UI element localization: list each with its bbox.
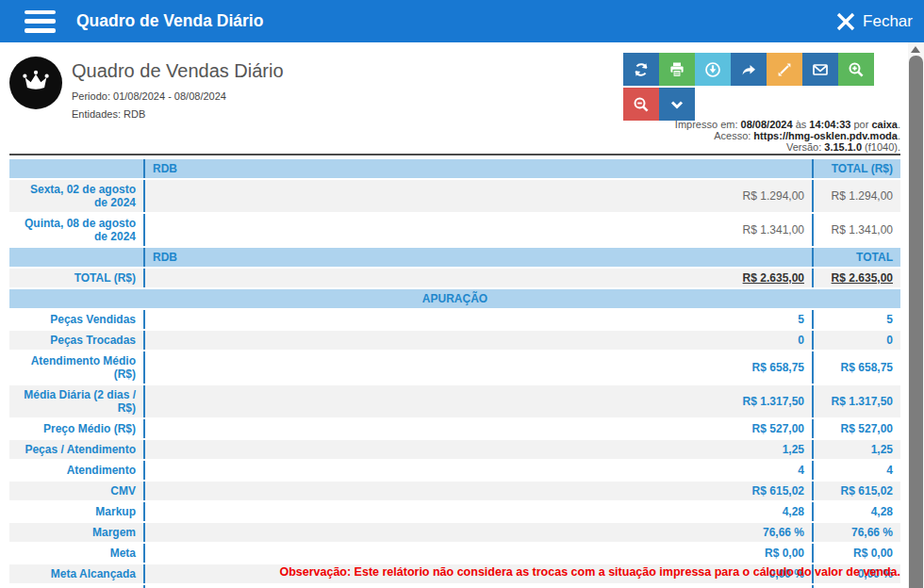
zoom-in-button[interactable] [838, 53, 874, 86]
zoom-out-icon [633, 96, 650, 113]
zoom-out-button[interactable] [623, 88, 659, 121]
day-label: Sexta, 02 de agosto de 2024 [9, 179, 144, 213]
collapse-button[interactable] [659, 88, 695, 121]
metric-label: Margem [9, 522, 144, 543]
metric-row: Preço Médio (R$) R$ 527,00 R$ 527,00 [9, 418, 900, 439]
metric-row: Atendimento 4 4 [9, 460, 900, 481]
metric-total-value: R$ 0,00 [813, 543, 900, 564]
metric-total-value: 4 [813, 460, 900, 481]
metric-row: Peças Trocadas 0 0 [9, 330, 900, 351]
metric-store-value: 76,66 % [144, 522, 813, 543]
grand-total-value: R$ 2.635,00 [813, 268, 900, 288]
section-header-row: APURAÇÃO [9, 288, 900, 309]
metric-row: Markup 4,28 4,28 [9, 501, 900, 522]
report-divider [9, 154, 900, 155]
metric-label: Média Diária (2 dias / R$) [9, 384, 144, 418]
menu-icon[interactable] [25, 10, 56, 33]
expand-button[interactable] [767, 53, 802, 86]
printed-line-1: Impresso em: 08/08/2024 às 14:04:33 por … [675, 119, 900, 130]
day-total-value: R$ 1.341,00 [813, 213, 900, 247]
printed-line-2: Acesso: https://hmg-osklen.pdv.moda. [675, 130, 900, 141]
metric-total-value: R$ 658,75 [813, 351, 900, 384]
top-app-bar: Quadro de Venda Diário Fechar [0, 0, 924, 42]
metric-label: Venda Projetada Mensal (R$) [9, 584, 144, 588]
day-store-value: R$ 1.341,00 [144, 213, 813, 247]
metric-label: Markup [9, 501, 144, 522]
metric-label: Peças Trocadas [9, 330, 144, 351]
metric-label: CMV [9, 481, 144, 501]
refresh-icon [633, 61, 650, 78]
day-store-value: R$ 1.294,00 [144, 179, 813, 213]
vertical-scrollbar[interactable] [908, 42, 924, 588]
metric-label: Peças Vendidas [9, 309, 144, 330]
refresh-button[interactable] [623, 53, 659, 86]
download-icon [704, 61, 721, 78]
metric-total-value: 76,66 % [813, 522, 900, 543]
metric-store-value: R$ 0,00 [144, 543, 813, 564]
metric-row: Atendimento Médio (R$) R$ 658,75 R$ 658,… [9, 351, 900, 384]
metric-total-value: R$ 527,00 [813, 418, 900, 439]
metric-store-value: 0 [144, 330, 813, 351]
close-label: Fechar [863, 12, 913, 31]
empty-header-cell [9, 159, 144, 179]
grand-total-row: TOTAL (R$) R$ 2.635,00 R$ 2.635,00 [9, 268, 900, 288]
close-button[interactable]: Fechar [835, 11, 913, 32]
day-row: Sexta, 02 de agosto de 2024 R$ 1.294,00 … [9, 179, 900, 213]
metric-store-value: 4 [144, 460, 813, 481]
scroll-up-arrow-icon[interactable] [911, 46, 920, 53]
email-icon [812, 61, 829, 78]
report-entities: Entidades: RDB [72, 108, 145, 120]
metric-row: Venda Projetada Mensal (R$) R$ 40.842,50… [9, 584, 900, 588]
metric-label: Meta Alcançada [9, 564, 144, 584]
brand-logo [9, 57, 62, 109]
metric-label: Atendimento Médio (R$) [9, 351, 144, 384]
metric-total-value: 0 [813, 330, 900, 351]
observation-note: Observação: Este relátorio não considera… [279, 565, 900, 579]
metric-label: Atendimento [9, 460, 144, 481]
table-subheader-row: RDB TOTAL [9, 247, 900, 268]
metric-store-value: 1,25 [144, 439, 813, 460]
metric-row: Meta R$ 0,00 R$ 0,00 [9, 543, 900, 564]
chevron-down-icon [668, 96, 685, 113]
metric-store-value: R$ 658,75 [144, 351, 813, 384]
metric-label: Peças / Atendimento [9, 439, 144, 460]
close-icon [835, 11, 856, 32]
metric-label: Meta [9, 543, 144, 564]
metric-store-value: R$ 40.842,50 [144, 584, 813, 588]
day-label: Quinta, 08 de agosto de 2024 [9, 213, 144, 247]
store-column-header: RDB [144, 159, 813, 179]
metric-total-value: 1,25 [813, 439, 900, 460]
metric-row: Margem 76,66 % 76,66 % [9, 522, 900, 543]
total-column-subheader: TOTAL [813, 247, 900, 268]
store-column-subheader: RDB [144, 247, 813, 268]
daily-sales-table: RDB TOTAL (R$) Sexta, 02 de agosto de 20… [9, 159, 900, 588]
metric-row: CMV R$ 615,02 R$ 615,02 [9, 481, 900, 501]
metric-store-value: 5 [144, 309, 813, 330]
printed-info: Impresso em: 08/08/2024 às 14:04:33 por … [675, 119, 900, 153]
print-button[interactable] [659, 53, 695, 86]
metric-row: Média Diária (2 dias / R$) R$ 1.317,50 R… [9, 384, 900, 418]
share-button[interactable] [731, 53, 767, 86]
total-column-header: TOTAL (R$) [813, 159, 900, 179]
report-toolbar [623, 53, 874, 122]
report-title: Quadro de Vendas Diário [72, 60, 284, 82]
app-title: Quadro de Venda Diário [76, 11, 263, 31]
metric-store-value: R$ 1.317,50 [144, 384, 813, 418]
metric-total-value: 4,28 [813, 501, 900, 522]
scrollbar-thumb[interactable] [909, 56, 923, 588]
expand-icon [776, 61, 793, 78]
metric-total-value: R$ 1.317,50 [813, 384, 900, 418]
email-button[interactable] [802, 53, 838, 86]
zoom-in-icon [848, 61, 865, 78]
download-button[interactable] [695, 53, 731, 86]
share-icon [740, 61, 757, 78]
section-header: APURAÇÃO [9, 288, 900, 309]
metric-label: Preço Médio (R$) [9, 418, 144, 439]
metric-store-value: R$ 615,02 [144, 481, 813, 501]
crown-icon [20, 67, 52, 99]
metric-store-value: 4,28 [144, 501, 813, 522]
day-row: Quinta, 08 de agosto de 2024 R$ 1.341,00… [9, 213, 900, 247]
metric-total-value: 5 [813, 309, 900, 330]
printed-line-3: Versão: 3.15.1.0 (f1040). [675, 141, 900, 153]
metric-row: Peças Vendidas 5 5 [9, 309, 900, 330]
